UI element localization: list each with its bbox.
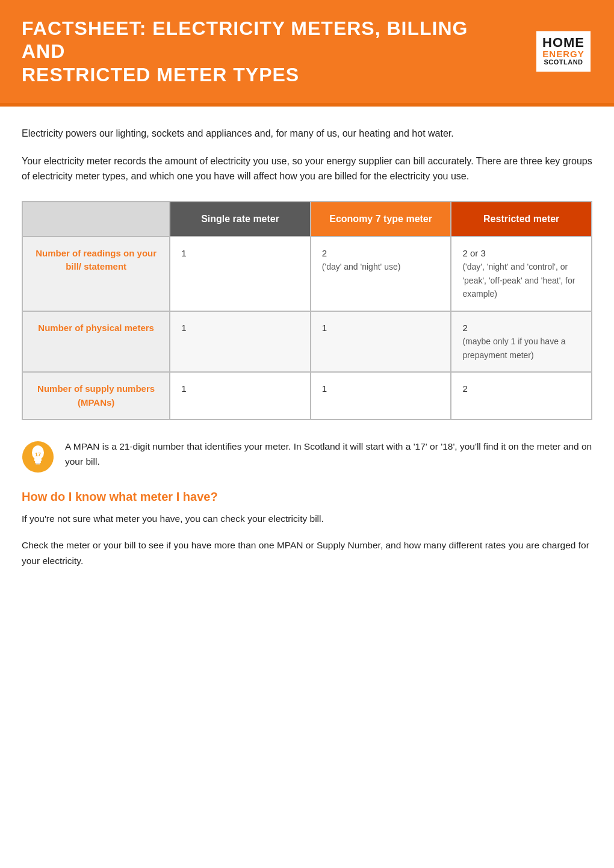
mpan-info-text: A MPAN is a 21-digit number that identif… bbox=[65, 439, 592, 470]
meter-comparison-table: Single rate meter Economy 7 type meter R… bbox=[22, 201, 592, 421]
table-header-empty bbox=[22, 202, 170, 237]
row-label-readings: Number of readings on your bill/ stateme… bbox=[22, 237, 170, 311]
table-header-restricted: Restricted meter bbox=[451, 202, 592, 237]
row-label-physical: Number of physical meters bbox=[22, 311, 170, 373]
svg-rect-4 bbox=[36, 463, 40, 465]
table-row-readings: Number of readings on your bill/ stateme… bbox=[22, 237, 592, 311]
logo-home: HOME bbox=[542, 36, 585, 49]
section-how-para1: If you're not sure what meter you have, … bbox=[22, 511, 592, 527]
supply-economy: 1 bbox=[311, 372, 451, 420]
section-heading-how: How do I know what meter I have? bbox=[22, 490, 592, 504]
svg-rect-3 bbox=[35, 461, 41, 463]
lightbulb-icon: 17 bbox=[22, 441, 54, 473]
table-row-physical: Number of physical meters 1 1 2(maybe on… bbox=[22, 311, 592, 373]
row-label-supply: Number of supply numbers (MPANs) bbox=[22, 372, 170, 420]
intro-para-1: Electricity powers our lighting, sockets… bbox=[22, 126, 592, 141]
intro-para-2: Your electricity meter records the amoun… bbox=[22, 153, 592, 184]
logo-energy: ENERGY bbox=[542, 49, 585, 58]
table-row-supply: Number of supply numbers (MPANs) 1 1 2 bbox=[22, 372, 592, 420]
main-content: Electricity powers our lighting, sockets… bbox=[0, 107, 614, 598]
physical-single: 1 bbox=[170, 311, 311, 373]
readings-restricted: 2 or 3('day', 'night' and 'control', or … bbox=[451, 237, 592, 311]
section-how-para2: Check the meter or your bill to see if y… bbox=[22, 538, 592, 568]
table-header-economy: Economy 7 type meter bbox=[311, 202, 451, 237]
supply-restricted: 2 bbox=[451, 372, 592, 420]
physical-economy: 1 bbox=[311, 311, 451, 373]
page-title: FACTSHEET: ELECTRICITY METERS, BILLING A… bbox=[22, 17, 491, 86]
table-header-single: Single rate meter bbox=[170, 202, 311, 237]
readings-single: 1 bbox=[170, 237, 311, 311]
logo-scotland: SCOTLAND bbox=[542, 58, 585, 66]
mpan-info-box: 17 A MPAN is a 21-digit number that iden… bbox=[22, 439, 592, 473]
physical-restricted: 2(maybe only 1 if you have a prepayment … bbox=[451, 311, 592, 373]
svg-rect-2 bbox=[34, 459, 42, 461]
readings-economy: 2('day' and 'night' use) bbox=[311, 237, 451, 311]
supply-single: 1 bbox=[170, 372, 311, 420]
logo: HOME ENERGY SCOTLAND bbox=[535, 29, 592, 73]
svg-text:17: 17 bbox=[35, 451, 41, 457]
page-header: FACTSHEET: ELECTRICITY METERS, BILLING A… bbox=[0, 0, 614, 103]
